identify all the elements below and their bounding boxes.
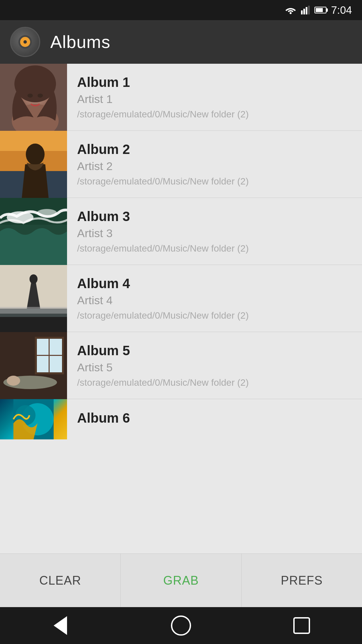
- album-thumbnail-4: [0, 265, 67, 332]
- status-time: 7:04: [331, 4, 352, 16]
- album-artist: Artist 4: [77, 294, 352, 307]
- svg-rect-25: [0, 307, 67, 314]
- prefs-button[interactable]: PREFS: [242, 554, 362, 607]
- app-icon-inner: [18, 35, 32, 49]
- list-item[interactable]: Album 5 Artist 5 /storage/emulated/0/Mus…: [0, 332, 362, 399]
- svg-point-23: [29, 274, 38, 284]
- grab-button[interactable]: GRAB: [121, 554, 241, 607]
- svg-rect-4: [308, 6, 310, 14]
- album-path: /storage/emulated/0/Music/New folder (2): [77, 176, 352, 187]
- album-name: Album 1: [77, 75, 352, 90]
- svg-rect-3: [306, 7, 307, 14]
- album-info-5: Album 5 Artist 5 /storage/emulated/0/Mus…: [67, 332, 362, 399]
- album-info-3: Album 3 Artist 3 /storage/emulated/0/Mus…: [67, 198, 362, 265]
- album-thumbnail-6: [0, 399, 67, 439]
- back-button[interactable]: [47, 612, 74, 639]
- album-info-2: Album 2 Artist 2 /storage/emulated/0/Mus…: [67, 131, 362, 198]
- status-bar: 7:04: [0, 0, 362, 20]
- album-name: Album 6: [77, 411, 352, 426]
- svg-point-10: [38, 94, 43, 98]
- album-path: /storage/emulated/0/Music/New folder (2): [77, 310, 352, 321]
- album-art-6: [0, 399, 67, 439]
- album-path: /storage/emulated/0/Music/New folder (2): [77, 109, 352, 120]
- album-art-2: [0, 131, 67, 198]
- album-artist: Artist 1: [77, 93, 352, 106]
- svg-rect-1: [301, 10, 303, 14]
- album-name: Album 5: [77, 343, 352, 358]
- app-icon-dot: [23, 40, 27, 44]
- album-list: Album 1 Artist 1 /storage/emulated/0/Mus…: [0, 64, 362, 553]
- svg-point-9: [27, 94, 33, 98]
- album-thumbnail-2: [0, 131, 67, 198]
- album-info-6: Album 6: [67, 399, 362, 439]
- album-thumbnail-3: [0, 198, 67, 265]
- header: Albums: [0, 20, 362, 64]
- recents-icon: [293, 617, 310, 634]
- svg-point-33: [7, 376, 20, 386]
- album-name: Album 4: [77, 276, 352, 291]
- album-thumbnail-5: [0, 332, 67, 399]
- album-art-5: [0, 332, 67, 399]
- svg-point-15: [26, 144, 45, 165]
- wifi-icon: [285, 6, 296, 14]
- recents-button[interactable]: [288, 612, 315, 639]
- album-artist: Artist 3: [77, 227, 352, 240]
- svg-rect-2: [303, 9, 305, 14]
- album-info-4: Album 4 Artist 4 /storage/emulated/0/Mus…: [67, 265, 362, 332]
- album-name: Album 2: [77, 142, 352, 157]
- list-item[interactable]: Album 1 Artist 1 /storage/emulated/0/Mus…: [0, 64, 362, 131]
- svg-point-8: [14, 65, 56, 102]
- nav-bar: [0, 607, 362, 644]
- album-art-4: [0, 265, 67, 332]
- app-icon: [10, 27, 40, 57]
- svg-point-0: [290, 12, 292, 14]
- svg-point-19: [37, 209, 57, 217]
- album-path: /storage/emulated/0/Music/New folder (2): [77, 243, 352, 254]
- back-icon: [54, 616, 67, 635]
- album-name: Album 3: [77, 209, 352, 224]
- album-artist: Artist 2: [77, 160, 352, 173]
- list-item[interactable]: Album 2 Artist 2 /storage/emulated/0/Mus…: [0, 131, 362, 198]
- signal-icon: [301, 6, 310, 14]
- album-artist: Artist 5: [77, 361, 352, 374]
- svg-rect-30: [37, 355, 62, 356]
- home-icon: [171, 615, 191, 636]
- page-title: Albums: [50, 32, 110, 52]
- bottom-toolbar: CLEAR GRAB PREFS: [0, 553, 362, 607]
- album-thumbnail-1: [0, 64, 67, 131]
- status-icons: 7:04: [285, 4, 352, 16]
- list-item[interactable]: Album 4 Artist 4 /storage/emulated/0/Mus…: [0, 265, 362, 332]
- list-item[interactable]: Album 3 Artist 3 /storage/emulated/0/Mus…: [0, 198, 362, 265]
- album-info-1: Album 1 Artist 1 /storage/emulated/0/Mus…: [67, 64, 362, 130]
- battery-icon: [314, 7, 326, 13]
- list-item[interactable]: Album 6: [0, 399, 362, 439]
- album-art-3: [0, 198, 67, 265]
- svg-rect-24: [0, 317, 67, 332]
- home-button[interactable]: [168, 612, 194, 639]
- album-art-1: [0, 64, 67, 131]
- clear-button[interactable]: CLEAR: [0, 554, 121, 607]
- album-path: /storage/emulated/0/Music/New folder (2): [77, 377, 352, 388]
- svg-point-18: [7, 211, 34, 223]
